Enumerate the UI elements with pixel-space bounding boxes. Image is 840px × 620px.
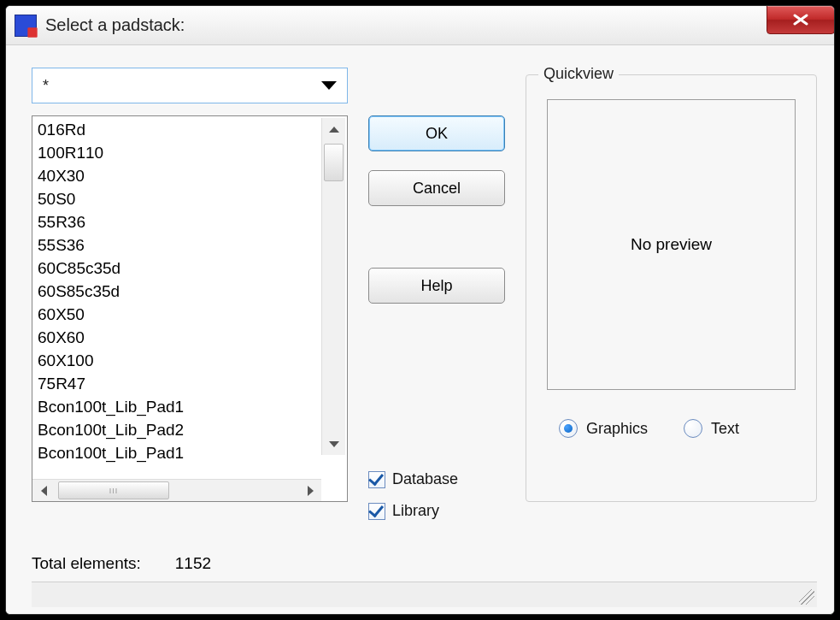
- middle-column: OK Cancel Help Database Library: [368, 68, 505, 542]
- list-item[interactable]: 60X100: [36, 349, 344, 372]
- list-item[interactable]: 60C85c35d: [36, 257, 344, 280]
- scroll-down-arrow-icon[interactable]: [322, 433, 345, 455]
- scroll-left-arrow-icon[interactable]: [32, 480, 55, 501]
- list-item[interactable]: 60S85c35d: [36, 280, 344, 303]
- library-check-row[interactable]: Library: [368, 502, 505, 520]
- list-item[interactable]: 50S0: [36, 187, 344, 210]
- client-area: * 016Rd 100R110 40X30 50S0 55R36 55S36 6…: [6, 45, 834, 614]
- close-button[interactable]: [767, 5, 835, 34]
- resize-grip-icon[interactable]: [799, 589, 814, 605]
- graphics-radio-row[interactable]: Graphics: [559, 419, 648, 438]
- left-column: * 016Rd 100R110 40X30 50S0 55R36 55S36 6…: [32, 68, 348, 542]
- text-radio-row[interactable]: Text: [684, 419, 739, 438]
- library-checkbox[interactable]: [368, 503, 385, 520]
- total-row: Total elements: 1152: [32, 554, 817, 573]
- filter-combo[interactable]: *: [32, 68, 348, 103]
- text-label: Text: [711, 420, 739, 438]
- quickview-legend: Quickview: [538, 65, 619, 83]
- list-item[interactable]: 55R36: [36, 210, 344, 233]
- right-column: Quickview No preview Graphics Text: [526, 68, 817, 542]
- list-item[interactable]: 60X50: [36, 303, 344, 326]
- listbox-viewport: 016Rd 100R110 40X30 50S0 55R36 55S36 60C…: [32, 116, 347, 479]
- cancel-button[interactable]: Cancel: [368, 170, 505, 206]
- horizontal-scroll-thumb[interactable]: III: [58, 481, 169, 499]
- graphics-radio[interactable]: [559, 419, 578, 438]
- main-layout: * 016Rd 100R110 40X30 50S0 55R36 55S36 6…: [32, 68, 817, 542]
- ok-button[interactable]: OK: [368, 115, 505, 151]
- padstack-listbox[interactable]: 016Rd 100R110 40X30 50S0 55R36 55S36 60C…: [32, 115, 348, 502]
- list-item[interactable]: 60X60: [36, 326, 344, 349]
- database-checkbox[interactable]: [368, 471, 385, 488]
- list-item[interactable]: 40X30: [36, 164, 344, 187]
- list-items: 016Rd 100R110 40X30 50S0 55R36 55S36 60C…: [32, 116, 347, 466]
- vertical-scrollbar[interactable]: [321, 118, 345, 455]
- quickview-mode-radios: Graphics Text: [547, 419, 796, 438]
- chevron-down-icon: [321, 81, 337, 90]
- horizontal-scrollbar[interactable]: III: [32, 479, 321, 501]
- preview-text: No preview: [631, 235, 712, 254]
- filter-value: *: [43, 77, 49, 95]
- list-item[interactable]: Bcon100t_Lib_Pad1: [36, 441, 344, 464]
- total-label: Total elements:: [32, 554, 141, 573]
- dialog-window: Select a padstack: * 016Rd 100R110: [5, 5, 835, 615]
- list-item[interactable]: Bcon100t_Lib_Pad2: [36, 418, 344, 441]
- vertical-scroll-thumb[interactable]: [324, 144, 344, 181]
- statusbar: [32, 582, 817, 607]
- titlebar[interactable]: Select a padstack:: [6, 6, 834, 45]
- list-item[interactable]: 016Rd: [36, 118, 344, 141]
- app-icon: [15, 15, 37, 37]
- text-radio[interactable]: [684, 419, 702, 438]
- list-item[interactable]: 55S36: [36, 233, 344, 257]
- database-label: Database: [392, 470, 458, 488]
- scroll-up-arrow-icon[interactable]: [322, 118, 345, 140]
- list-item[interactable]: Bcon100t_Lib_Pad1: [36, 395, 344, 418]
- list-item[interactable]: 75R47: [36, 372, 344, 395]
- quickview-group: Quickview No preview Graphics Text: [526, 74, 817, 502]
- close-icon: [792, 14, 809, 26]
- source-checkboxes: Database Library: [368, 465, 505, 520]
- database-check-row[interactable]: Database: [368, 470, 505, 488]
- list-item[interactable]: 100R110: [36, 141, 344, 164]
- help-button[interactable]: Help: [368, 268, 505, 304]
- library-label: Library: [392, 502, 439, 520]
- scroll-right-arrow-icon[interactable]: [299, 480, 321, 501]
- graphics-label: Graphics: [586, 420, 648, 438]
- window-title: Select a padstack:: [45, 15, 185, 35]
- total-value: 1152: [175, 554, 211, 573]
- preview-area: No preview: [547, 99, 796, 390]
